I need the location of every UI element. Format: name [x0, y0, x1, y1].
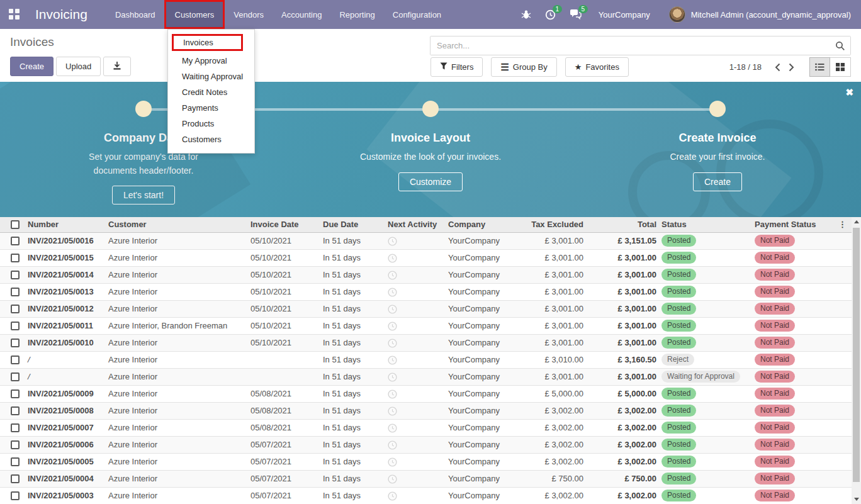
vertical-scrollbar[interactable] [852, 217, 861, 504]
row-checkbox[interactable] [11, 389, 20, 398]
filters-button[interactable]: Filters [430, 57, 483, 77]
nav-item-vendors[interactable]: Vendors [225, 0, 273, 29]
favorites-button[interactable]: ★ Favorites [565, 57, 629, 77]
table-row[interactable]: INV/2021/05/0014Azure Interior05/10/2021… [0, 266, 852, 283]
menu-item-customers[interactable]: Customers [168, 132, 254, 147]
group-by-button[interactable]: ☰ Group By [491, 57, 556, 77]
table-row[interactable]: INV/2021/05/0007Azure Interior05/08/2021… [0, 419, 852, 436]
table-row[interactable]: INV/2021/05/0016Azure Interior05/10/2021… [0, 232, 852, 249]
header-next-activity[interactable]: Next Activity [385, 217, 446, 232]
clock-icon[interactable] [388, 337, 397, 347]
clock-icon[interactable] [388, 473, 397, 483]
app-brand[interactable]: Invoicing [20, 7, 106, 22]
row-checkbox[interactable] [11, 322, 20, 330]
clock-icon[interactable] [388, 422, 397, 432]
row-checkbox[interactable] [11, 406, 20, 415]
create-invoice-button[interactable]: Create [693, 172, 742, 191]
list-view-icon[interactable] [809, 57, 830, 77]
clock-icon[interactable] [388, 439, 397, 449]
clock-icon[interactable] [388, 303, 397, 313]
table-row[interactable]: INV/2021/05/0005Azure Interior05/07/2021… [0, 453, 852, 470]
row-checkbox[interactable] [11, 271, 20, 279]
menu-item-payments[interactable]: Payments [168, 100, 254, 116]
nav-item-dashboard[interactable]: Dashboard [106, 0, 164, 29]
table-row[interactable]: INV/2021/05/0012Azure Interior05/10/2021… [0, 300, 852, 317]
download-button[interactable] [103, 57, 131, 76]
row-checkbox[interactable] [11, 339, 20, 347]
pager-next-icon[interactable] [784, 57, 798, 77]
banner-close-icon[interactable]: ✖ [845, 87, 853, 98]
table-row[interactable]: INV/2021/05/0009Azure Interior05/08/2021… [0, 385, 852, 402]
header-tax-excluded[interactable]: Tax Excluded [520, 217, 586, 232]
clock-icon[interactable] [388, 252, 397, 262]
table-row[interactable]: INV/2021/05/0013Azure Interior05/10/2021… [0, 283, 852, 300]
table-row[interactable]: INV/2021/05/0006Azure Interior05/07/2021… [0, 436, 852, 453]
row-checkbox[interactable] [11, 423, 20, 432]
activities-icon[interactable]: 1 [538, 0, 563, 29]
row-checkbox[interactable] [11, 237, 20, 245]
clock-icon[interactable] [388, 456, 397, 466]
header-total[interactable]: Total [586, 217, 659, 232]
table-row[interactable]: INV/2021/05/0015Azure Interior05/10/2021… [0, 249, 852, 266]
clock-icon[interactable] [388, 286, 397, 296]
company-switcher[interactable]: YourCompany [588, 10, 660, 20]
clock-icon[interactable] [388, 371, 397, 381]
scrollbar-thumb[interactable] [853, 228, 860, 482]
row-checkbox[interactable] [11, 372, 20, 381]
menu-item-invoices[interactable]: Invoices [172, 34, 243, 51]
clock-icon[interactable] [388, 235, 397, 245]
scroll-up-icon[interactable] [852, 217, 861, 227]
row-checkbox[interactable] [11, 356, 20, 364]
table-row[interactable]: /Azure InteriorIn 51 daysYourCompany£ 3,… [0, 368, 852, 385]
table-row[interactable]: INV/2021/05/0008Azure Interior05/08/2021… [0, 402, 852, 419]
user-menu[interactable]: Mitchell Admin (account_dynamic_approval… [685, 10, 853, 20]
menu-item-products[interactable]: Products [168, 116, 254, 132]
nav-item-reporting[interactable]: Reporting [330, 0, 383, 29]
row-checkbox[interactable] [11, 305, 20, 313]
nav-item-configuration[interactable]: Configuration [384, 0, 450, 29]
clock-icon[interactable] [388, 320, 397, 330]
row-checkbox[interactable] [11, 474, 20, 483]
apps-menu-icon[interactable] [9, 9, 20, 20]
nav-item-accounting[interactable]: Accounting [273, 0, 330, 29]
row-checkbox[interactable] [11, 254, 20, 262]
pager-previous-icon[interactable] [770, 57, 784, 77]
menu-item-my-approval[interactable]: My Approval [168, 53, 254, 69]
header-customer[interactable]: Customer [106, 217, 248, 232]
table-row[interactable]: INV/2021/05/0004Azure Interior05/07/2021… [0, 470, 852, 487]
menu-item-credit-notes[interactable]: Credit Notes [168, 84, 254, 100]
header-due-date[interactable]: Due Date [320, 217, 385, 232]
clock-icon[interactable] [388, 354, 397, 364]
optional-columns-toggle-icon[interactable]: ⋮ [838, 220, 847, 229]
table-row[interactable]: INV/2021/05/0011Azure Interior, Brandon … [0, 317, 852, 334]
upload-button[interactable]: Upload [56, 57, 101, 76]
clock-icon[interactable] [388, 491, 397, 500]
row-checkbox[interactable] [11, 288, 20, 296]
debug-bug-icon[interactable] [514, 0, 538, 29]
table-row[interactable]: INV/2021/05/0003Azure Interior05/07/2021… [0, 487, 852, 504]
header-payment-status[interactable]: Payment Status [752, 217, 836, 232]
select-all-checkbox[interactable] [11, 220, 20, 229]
messages-icon[interactable]: 5 [563, 0, 588, 29]
search-input[interactable] [430, 36, 850, 55]
header-number[interactable]: Number [25, 217, 106, 232]
clock-icon[interactable] [388, 405, 397, 415]
clock-icon[interactable] [388, 269, 397, 279]
table-row[interactable]: INV/2021/05/0010Azure Interior05/10/2021… [0, 334, 852, 351]
search-icon[interactable] [835, 41, 845, 53]
header-invoice-date[interactable]: Invoice Date [248, 217, 320, 232]
kanban-view-icon[interactable] [830, 57, 851, 77]
row-checkbox[interactable] [11, 440, 20, 449]
row-checkbox[interactable] [11, 491, 20, 500]
scroll-down-icon[interactable] [852, 495, 861, 504]
user-avatar[interactable] [669, 6, 685, 23]
header-status[interactable]: Status [659, 217, 752, 232]
lets-start-button[interactable]: Let's start! [112, 186, 175, 204]
table-row[interactable]: /Azure InteriorIn 51 daysYourCompany£ 3,… [0, 351, 852, 368]
row-checkbox[interactable] [11, 457, 20, 466]
nav-item-customers[interactable]: Customers [164, 0, 225, 29]
menu-item-waiting-approval[interactable]: Waiting Approval [168, 69, 254, 84]
clock-icon[interactable] [388, 388, 397, 398]
header-company[interactable]: Company [446, 217, 520, 232]
customize-button[interactable]: Customize [398, 172, 463, 191]
